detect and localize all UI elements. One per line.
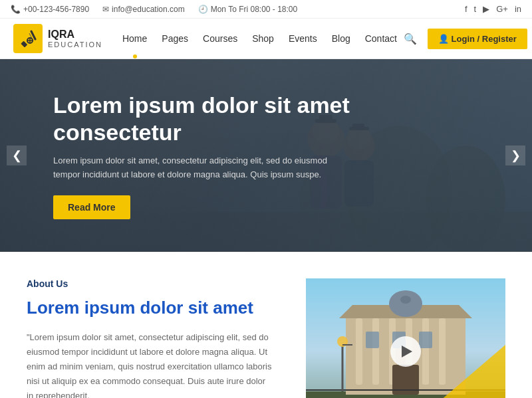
hero-content: Lorem ipsum dolor sit amet consectetur L… [53,92,352,219]
phone-number: +00-123-456-7890 [23,5,89,14]
phone-contact: 📞 +00-123-456-7890 [11,5,89,14]
svg-rect-33 [439,318,446,385]
nav-contact[interactable]: Contact [365,33,397,44]
search-icon[interactable]: 🔍 [404,33,417,45]
hero-cta-button[interactable]: Read More [53,195,130,219]
about-right [306,278,505,398]
phone-icon: 📞 [11,5,21,14]
hero-next-button[interactable]: ❯ [505,146,525,165]
main-nav: Home Pages Courses Shop Events Blog Cont… [122,33,397,44]
play-icon [402,346,412,357]
hero-subtitle: Lorem ipsum dolor sit amet, consectetur … [53,154,352,182]
nav-home[interactable]: Home [122,33,147,44]
login-button[interactable]: 👤 Login / Register [428,29,527,49]
user-icon: 👤 [438,34,449,44]
svg-rect-32 [422,318,429,385]
hours-contact: 🕘 Mon To Fri 08:00 - 18:00 [198,5,298,14]
email-address: info@education.com [112,5,185,14]
social-links: f t ▶ G+ in [465,4,521,14]
svg-point-27 [400,296,411,304]
email-contact: ✉ info@education.com [102,5,185,14]
about-section: About Us Lorem ipsum dolor sit amet "Lor… [0,252,532,398]
nav-pages[interactable]: Pages [162,33,188,44]
brand-name: IQRA [48,28,102,41]
about-description: "Lorem ipsum dolor sit amet, consectetur… [27,330,273,398]
brand-sub: EDUCATION [48,41,102,49]
nav-shop[interactable]: Shop [252,33,274,44]
nav-courses[interactable]: Courses [203,33,237,44]
linkedin-link[interactable]: in [515,4,521,14]
about-image-container [306,278,505,398]
svg-rect-34 [366,332,379,348]
googleplus-link[interactable]: G+ [496,4,508,14]
about-tag: About Us [27,278,273,289]
twitter-link[interactable]: t [474,4,477,14]
svg-rect-28 [356,318,362,385]
youtube-link[interactable]: ▶ [483,4,489,14]
svg-rect-0 [21,41,27,47]
header: IQRA EDUCATION Home Pages Courses Shop E… [0,19,532,59]
play-button[interactable] [390,336,421,367]
logo: IQRA EDUCATION [13,24,102,53]
business-hours: Mon To Fri 08:00 - 18:00 [211,5,298,14]
svg-rect-29 [372,318,379,385]
pencil-ruler-icon [19,30,37,47]
hero-title: Lorem ipsum dolor sit amet consectetur [53,92,352,146]
about-title: Lorem ipsum dolor sit amet [27,297,273,320]
clock-icon: 🕘 [198,5,208,14]
logo-icon [13,24,43,53]
about-left: About Us Lorem ipsum dolor sit amet "Lor… [27,278,286,398]
nav-blog[interactable]: Blog [332,33,350,44]
email-icon: ✉ [102,5,109,14]
facebook-link[interactable]: f [465,4,467,14]
hero-section: ❮ Lorem ipsum dolor sit amet consectetur… [0,59,532,252]
logo-text: IQRA EDUCATION [48,28,102,49]
top-bar: 📞 +00-123-456-7890 ✉ info@education.com … [0,0,532,19]
hero-prev-button[interactable]: ❮ [7,146,27,165]
svg-rect-36 [419,332,432,348]
nav-events[interactable]: Events [289,33,317,44]
